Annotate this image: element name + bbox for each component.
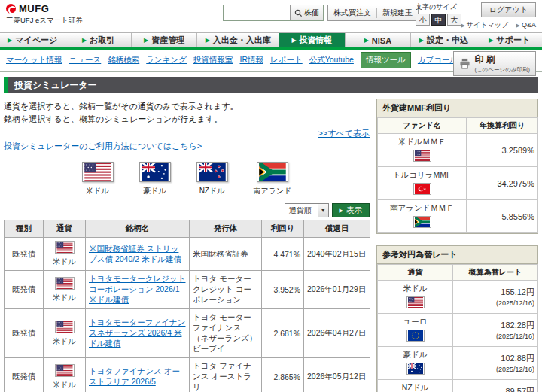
list-item: 豪ドル 102.88円 (2025/12/16) [378, 347, 538, 380]
sort-order-select[interactable]: 通貨順 ▼ [285, 203, 329, 217]
main-column: 通貨を選択すると、銘柄一覧がその通貨のみで表示されます。 銘柄を選択すると、概算… [4, 99, 370, 392]
subnav-stock-search[interactable]: 銘柄検索 [108, 55, 139, 65]
order-links: 株式買注文 新規建玉 [327, 5, 419, 21]
col-issuer: 発行体 [190, 220, 262, 238]
bond-name-link[interactable]: トヨタモータークレジットコーポレーション 2026/1 米ドル建債 [89, 274, 185, 304]
arrow-icon: ▶ [516, 23, 520, 28]
print-button-note: (このページのみ印刷) [474, 66, 530, 74]
bond-table-header-row: 種別 通貨 銘柄名 発行体 利回り 償還日 [5, 220, 370, 238]
nav-settings[interactable]: ▶設定・申込 [410, 33, 476, 47]
col-name: 銘柄名 [86, 220, 190, 238]
page-title: 投資シミュレーター [4, 77, 538, 93]
nav-investment-info[interactable]: ▶投資情報 [279, 33, 344, 47]
us-flag-icon [82, 162, 114, 182]
mmf-col-fund: ファンド名 [378, 118, 467, 134]
currency-aud[interactable]: 豪ドル [139, 162, 171, 196]
search-area: 株価 株式買注文 新規建玉 [223, 5, 419, 21]
arrow-icon: ▶ [82, 37, 87, 44]
subnav-official-youtube[interactable]: 公式Youtube [309, 55, 354, 65]
currency-zar-label: 南アランド [254, 186, 292, 196]
stock-price-search-button[interactable]: 株価 [290, 5, 323, 20]
table-row: 既発債 米ドル トヨタファイナンス オーストラリア 2026/5 トヨタ ファイ… [5, 358, 370, 392]
currency-usd[interactable]: 米ドル [82, 162, 114, 196]
col-type: 種別 [5, 220, 44, 238]
subnav-report[interactable]: レポート [270, 55, 303, 65]
currency-selector: 米ドル 豪ドル NZドル 南アランド [4, 162, 370, 196]
list-item: ユーロ 182.28円 (2025/12/16) [378, 314, 538, 347]
currency-nzd[interactable]: NZドル [196, 162, 228, 196]
list-item: NZドル 89.57円 (2025/12/16) [378, 380, 538, 392]
turkey-flag-icon [413, 183, 431, 195]
list-item: 米ドルＭＭＦ 3.2589% [378, 134, 538, 167]
arrow-icon: ▶ [144, 37, 148, 44]
bond-table: 種別 通貨 銘柄名 発行体 利回り 償還日 既発債 米ドル 米国財務省証券 スト… [4, 220, 370, 392]
fx-panel-title: 参考対円為替レート [377, 246, 537, 264]
content: 通貨を選択すると、銘柄一覧がその通貨のみで表示されます。 銘柄を選択すると、概算… [0, 97, 542, 392]
qa-link[interactable]: ▶Q&A [516, 21, 536, 29]
stock-price-button-label: 株価 [304, 8, 319, 18]
subnav-ir-info[interactable]: IR情報 [239, 55, 263, 65]
fx-col-rate: 概算為替レート [453, 265, 538, 281]
search-icon [294, 9, 303, 17]
subnav-info-tools[interactable]: 情報ツール [361, 52, 411, 68]
new-position-link[interactable]: 新規建玉 [376, 8, 418, 18]
print-button-label: 印刷 [474, 53, 530, 66]
arrow-icon: ▶ [364, 37, 369, 44]
table-row: 既発債 米ドル トヨタモーターファイナンスネザーランズ 2026/4 米ドル建債… [5, 309, 370, 358]
fx-rate-panel: 参考対円為替レート 通貨 概算為替レート 米ドル [376, 245, 538, 392]
subnav-kabucall[interactable]: カブコール [418, 55, 458, 65]
currency-zar[interactable]: 南アランド [254, 162, 292, 196]
arrow-icon: ▶ [461, 23, 464, 28]
nav-nisa[interactable]: ▶NISA [345, 33, 410, 47]
top-header: MUFG 三菱UFJ eスマート証券 株価 株式買注文 新規建玉 文字のサイズ … [0, 0, 542, 32]
subnav-ranking[interactable]: ランキング [146, 55, 187, 65]
us-flag-icon [55, 241, 75, 254]
main-nav: ▶マイページ ▶お取引 ▶資産管理 ▶入出金・入出庫 ▶投資情報 ▶NISA ▶… [0, 32, 542, 50]
bond-name-link[interactable]: トヨタモーターファイナンスネザーランズ 2026/4 米ドル建債 [89, 318, 185, 348]
nav-deposit-withdrawal[interactable]: ▶入出金・入出庫 [196, 33, 279, 47]
table-row: 既発債 米ドル 米国財務省証券 ストリップス債 2040/2 米ドル建債 米国財… [5, 238, 370, 271]
col-currency: 通貨 [44, 220, 86, 238]
display-button[interactable]: ▶ 表示 [332, 203, 370, 217]
currency-usd-label: 米ドル [82, 186, 114, 196]
currency-nzd-label: NZドル [196, 186, 228, 196]
currency-aud-label: 豪ドル [139, 186, 171, 196]
list-item: 南アランドＭＭＦ 5.8556% [378, 200, 538, 233]
show-all-link[interactable]: >>すべて表示 [318, 129, 370, 138]
font-size-small-button[interactable]: 小 [416, 14, 430, 26]
arrow-icon: ▶ [291, 37, 296, 44]
bond-name-link[interactable]: トヨタファイナンス オーストラリア 2026/5 [89, 366, 180, 386]
table-row: 既発債 米ドル トヨタモータークレジットコーポレーション 2026/1 米ドル建… [5, 271, 370, 309]
mmf-yield-panel: 外貨建MMF利回り ファンド名 年換算利回り 米ドルＭＭＦ 3.2 [376, 99, 538, 234]
arrow-icon: ▶ [419, 37, 424, 44]
print-button[interactable]: 印刷 (このページのみ印刷) [453, 51, 536, 76]
col-maturity: 償還日 [304, 220, 370, 238]
nav-trade[interactable]: ▶お取引 [65, 33, 130, 47]
bond-name-link[interactable]: 米国財務省証券 ストリップス債 2040/2 米ドル建債 [89, 244, 181, 263]
subnav-news[interactable]: ニュース [69, 55, 101, 65]
intro-text: 通貨を選択すると、銘柄一覧がその通貨のみで表示されます。 銘柄を選択すると、概算… [4, 100, 370, 126]
nav-asset-management[interactable]: ▶資産管理 [131, 33, 196, 47]
nav-mypage[interactable]: ▶マイページ [0, 33, 65, 47]
mmf-col-yield: 年換算利回り [467, 118, 538, 134]
list-controls: 通貨順 ▼ ▶ 表示 [4, 203, 370, 217]
logout-button[interactable]: ログアウト [481, 2, 536, 17]
subnav-investment-room[interactable]: 投資情報室 [193, 55, 233, 65]
arrow-icon: ▶ [489, 37, 493, 44]
top-right-area: ログアウト ▶サイトマップ ▶Q&A [455, 2, 536, 30]
font-size-medium-button[interactable]: 中 [431, 14, 446, 26]
sitemap-link[interactable]: ▶サイトマップ [461, 21, 508, 29]
australia-flag-icon [406, 363, 425, 375]
australia-flag-icon [139, 162, 171, 182]
nav-support[interactable]: ▶サポート [477, 33, 542, 47]
subnav-market-info[interactable]: マーケット情報 [6, 55, 62, 65]
search-input[interactable] [224, 5, 290, 20]
stock-buy-order-link[interactable]: 株式買注文 [328, 8, 376, 18]
usage-guide-link[interactable]: 投資シミュレーターのご利用方法についてはこちら> [4, 141, 202, 150]
arrow-icon: ▶ [340, 208, 343, 214]
list-item: 米ドル 155.12円 (2025/12/16) [378, 281, 538, 314]
us-flag-icon [55, 321, 75, 333]
mufg-logo-text: MUFG [19, 3, 49, 14]
right-sidebar: 外貨建MMF利回り ファンド名 年換算利回り 米ドルＭＭＦ 3.2 [376, 99, 538, 392]
mmf-panel-title: 外貨建MMF利回り [377, 99, 537, 117]
